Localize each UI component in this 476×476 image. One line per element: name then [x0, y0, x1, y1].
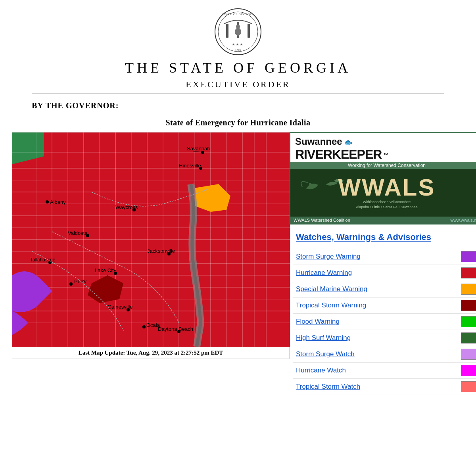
legend-item-label[interactable]: Hurricane Warning [296, 269, 456, 277]
legend-color-swatch [461, 316, 476, 327]
svg-text:Lake City: Lake City [95, 267, 117, 273]
svg-text:Hinesville: Hinesville [179, 163, 201, 169]
state-seal: STATE OF GEORGIA 1776 ★ ★ ★ [214, 8, 262, 56]
legend-item: Hurricane Watch [293, 363, 476, 379]
svg-point-48 [46, 200, 49, 203]
svg-text:1776: 1776 [235, 48, 241, 52]
svg-text:Albany: Albany [50, 199, 66, 205]
svg-point-63 [69, 282, 73, 286]
legend-item: Flood Warning [293, 314, 476, 330]
legend-item-label[interactable]: Flood Warning [296, 318, 456, 326]
legend-item-label[interactable]: Hurricane Watch [296, 367, 456, 374]
legend-item-label[interactable]: Storm Surge Warning [296, 253, 456, 261]
weather-map: Albany Savannah Hinesville Waycross Vald… [12, 132, 290, 359]
legend-color-swatch [461, 300, 476, 311]
ad-suwannee-label: Suwannee [295, 136, 342, 147]
svg-point-8 [236, 25, 240, 29]
legend-item: High Surf Warning [293, 330, 476, 346]
watches-warnings-link[interactable]: Watches, Warnings & Advisories [290, 228, 476, 247]
ad-main-image: WWALS Withlacoochee • Willacoochee Alapa… [290, 169, 476, 217]
svg-point-69 [142, 325, 146, 328]
svg-text:Tallahassee: Tallahassee [30, 257, 56, 263]
legend-item: Storm Surge Warning [293, 249, 476, 265]
governor-byline: BY THE GOVERNOR: [32, 98, 444, 114]
legend-color-swatch [461, 365, 476, 376]
legend-color-swatch [461, 332, 476, 344]
main-content: State of Emergency for Hurricane Idalia [0, 118, 476, 397]
legend-item: Tropical Storm Warning [293, 298, 476, 314]
ad-trademark-label: ™ [383, 152, 388, 157]
legend-item-label[interactable]: Special Marine Warning [296, 285, 456, 293]
legend-color-swatch [461, 381, 476, 392]
emergency-title: State of Emergency for Hurricane Idalia [12, 118, 464, 127]
svg-text:★: ★ [240, 43, 243, 46]
ad-bottom-bar: WWALS Watershed Coalition www.wwals.net [290, 217, 476, 224]
svg-rect-4 [226, 24, 228, 38]
right-panel: Suwannee 🐟 RIVERKEEPER ™ Working for Wat… [290, 132, 476, 397]
svg-text:Jacksonville: Jacksonville [147, 248, 175, 254]
ad-coalition-label: WWALS Watershed Coalition [294, 218, 350, 223]
legend-item: Tropical Storm Watch [293, 379, 476, 395]
svg-text:Gainesville: Gainesville [107, 304, 133, 310]
map-caption: Last Map Update: Tue, Aug. 29, 2023 at 2… [12, 347, 289, 359]
ad-riverkeeper-label: RIVERKEEPER [295, 147, 382, 161]
legend-item: Hurricane Warning [293, 265, 476, 281]
ad-url-label: www.wwals.net [450, 218, 476, 223]
svg-text:Valdosta: Valdosta [68, 230, 88, 236]
svg-text:★: ★ [236, 43, 239, 46]
legend-item: Special Marine Warning [293, 281, 476, 298]
ad-fish-icon: 🐟 [344, 138, 353, 147]
svg-text:Daytona Beach: Daytona Beach [158, 326, 193, 332]
map-legend-container: Albany Savannah Hinesville Waycross Vald… [12, 132, 464, 397]
svg-text:Savannah: Savannah [187, 146, 210, 152]
ad-rivers-label: Withlacoochee • Willacoochee Alapaha • L… [356, 200, 418, 209]
svg-text:Waycross: Waycross [115, 204, 138, 210]
legend-item-label[interactable]: High Surf Warning [296, 334, 456, 342]
map-image-area: Albany Savannah Hinesville Waycross Vald… [12, 132, 290, 347]
svg-point-7 [235, 28, 241, 36]
legend-color-swatch [461, 251, 476, 262]
legend-item-label[interactable]: Storm Surge Watch [296, 350, 456, 358]
legend-item: Storm Surge Watch [293, 346, 476, 363]
legend-color-swatch [461, 349, 476, 360]
legend-color-swatch [461, 284, 476, 295]
legend-list: Storm Surge WarningHurricane WarningSpec… [290, 247, 476, 397]
ad-wwals-logo: WWALS [338, 176, 436, 200]
svg-rect-6 [248, 24, 250, 38]
legend-item-label[interactable]: Tropical Storm Warning [296, 301, 456, 309]
svg-text:★: ★ [232, 43, 235, 46]
ad-subtitle: Working for Watershed Conservation [290, 162, 476, 169]
page-header: STATE OF GEORGIA 1776 ★ ★ ★ THE STATE OF… [0, 0, 476, 118]
state-title: THE STATE OF GEORGIA [32, 60, 444, 76]
svg-text:STATE OF GEORGIA: STATE OF GEORGIA [222, 13, 254, 16]
riverkeeper-ad[interactable]: Suwannee 🐟 RIVERKEEPER ™ Working for Wat… [290, 132, 476, 225]
header-divider [32, 94, 444, 94]
legend-item-label[interactable]: Tropical Storm Watch [296, 383, 456, 391]
svg-point-73 [309, 183, 311, 185]
ad-top-section: Suwannee 🐟 RIVERKEEPER ™ [290, 133, 476, 162]
executive-order-label: EXECUTIVE ORDER [32, 79, 444, 90]
legend-color-swatch [461, 267, 476, 278]
